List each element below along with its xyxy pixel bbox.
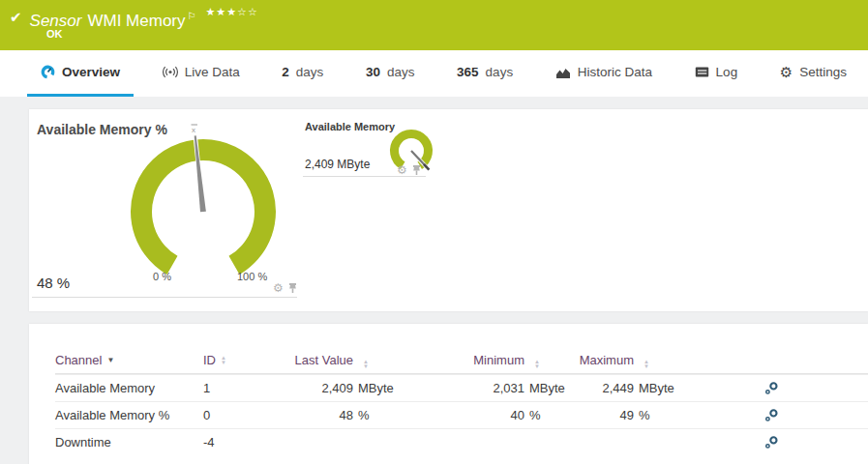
minimum-cell: 2,031MByte (406, 381, 578, 395)
gauge-icon (41, 65, 55, 79)
priority-stars[interactable]: ★★★☆☆ (205, 6, 257, 18)
tab-number: 365 (457, 65, 479, 79)
sort-icon: ▲▼ (534, 360, 540, 369)
gear-icon[interactable]: ⚙ (397, 163, 407, 177)
main-gauge-toolbar: ⚙ (273, 281, 298, 295)
ok-check-icon: ✔ (10, 9, 22, 26)
status-badge: OK (46, 28, 63, 40)
tab-label: Historic Data (578, 65, 652, 79)
column-header-maximum[interactable]: Maximum ▲▼ (578, 352, 687, 369)
live-data-icon (163, 65, 178, 79)
pin-icon[interactable] (411, 164, 422, 176)
tab-label: Settings (799, 65, 847, 79)
channel-name[interactable]: Available Memory % (55, 408, 203, 422)
tab-label: days (486, 65, 514, 79)
header-label: Last Value (295, 353, 353, 367)
maximum-cell: 49% (578, 408, 687, 422)
sort-desc-icon: ▼ (106, 356, 114, 364)
avg-marker: x (192, 126, 195, 134)
sort-icon: ▲▼ (221, 356, 226, 365)
minimum-cell: 40% (406, 408, 578, 422)
maximum-cell: 2,449MByte (578, 381, 687, 395)
flag-icon: ⚐ (188, 11, 196, 21)
header-label: ID (203, 353, 216, 367)
column-header-id[interactable]: ID ▲▼ (203, 353, 290, 367)
gear-icon[interactable]: ⚙ (273, 281, 284, 295)
tab-label: days (296, 65, 324, 79)
channels-table: Channel ▼ ID ▲▼ Last Value ▲▼ Minimum ▲▼… (29, 324, 868, 455)
historic-data-icon (555, 66, 571, 79)
sensor-status-header: ✔ SensorWMI Memory⚐ ★★★☆☆ OK (0, 0, 868, 50)
tab-label: Live Data (185, 65, 240, 79)
stars-empty: ☆☆ (237, 6, 258, 17)
channel-id: 1 (203, 381, 290, 395)
available-memory-percent-gauge[interactable]: x (126, 123, 281, 287)
channels-table-panel: Channel ▼ ID ▲▼ Last Value ▲▼ Minimum ▲▼… (29, 324, 868, 464)
tab-label: days (387, 65, 415, 79)
settings-icon: ⚙ (780, 65, 793, 79)
column-header-channel[interactable]: Channel ▼ (55, 353, 203, 367)
mini-gauge-title: Available Memory (305, 121, 395, 132)
mini-gauge-divider (303, 176, 426, 177)
gauge-scale-min: 0 % (153, 271, 171, 282)
column-header-last-value[interactable]: Last Value ▲▼ (290, 352, 406, 369)
log-icon (695, 66, 709, 78)
mini-gauge-toolbar: ⚙ (397, 163, 422, 177)
gauge-scale-max: 100 % (237, 271, 267, 282)
main-gauge-value: 48 % (37, 275, 70, 291)
channel-settings-button[interactable] (687, 381, 784, 395)
channel-name[interactable]: Downtime (55, 435, 203, 450)
tab-overview[interactable]: Overview (27, 50, 134, 97)
table-row: Available Memory 1 2,409MByte 2,031MByte… (55, 374, 868, 401)
table-row: Downtime -4 (55, 428, 868, 455)
table-header-row: Channel ▼ ID ▲▼ Last Value ▲▼ Minimum ▲▼… (55, 347, 868, 374)
tab-30-days[interactable]: 30 days (352, 50, 429, 97)
overview-gauges-panel: Available Memory % x 48 % 0 % 100 % ⚙ Av… (29, 109, 868, 311)
last-value-cell: 48% (290, 408, 406, 422)
header-label: Minimum (473, 353, 524, 367)
channel-settings-button[interactable] (687, 408, 784, 422)
tab-number: 2 (282, 65, 289, 79)
channel-settings-icon (764, 435, 779, 450)
channel-id: -4 (203, 435, 290, 450)
channel-name[interactable]: Available Memory (55, 381, 203, 395)
table-row: Available Memory % 0 48% 40% 49% (55, 401, 868, 428)
channel-settings-icon (764, 381, 779, 395)
stars-filled: ★★★ (205, 6, 237, 17)
tab-label: Overview (62, 65, 120, 79)
mini-gauge-value: 2,409 MByte (305, 158, 370, 171)
header-label: Channel (55, 353, 102, 367)
tab-365-days[interactable]: 365 days (443, 50, 526, 97)
tab-label: Log (716, 65, 738, 79)
sort-icon: ▲▼ (644, 360, 649, 369)
channel-settings-button[interactable] (687, 435, 784, 450)
page-title: SensorWMI Memory⚐ (30, 7, 196, 31)
tab-bar: Overview Live Data 2 days 30 days 365 da… (0, 50, 868, 97)
last-value-cell: 2,409MByte (290, 381, 406, 395)
tab-settings[interactable]: ⚙ Settings (766, 50, 860, 97)
sensor-name: WMI Memory (87, 12, 185, 30)
tab-historic-data[interactable]: Historic Data (542, 50, 666, 97)
channel-id: 0 (203, 408, 290, 422)
tab-number: 30 (366, 65, 380, 79)
channel-settings-icon (764, 408, 779, 422)
sort-icon: ▲▼ (363, 360, 369, 369)
main-gauge-divider (32, 297, 297, 298)
tab-live-data[interactable]: Live Data (149, 50, 254, 97)
pin-icon[interactable] (287, 282, 298, 294)
tab-2-days[interactable]: 2 days (268, 50, 337, 97)
title-prefix: Sensor (30, 12, 82, 30)
column-header-minimum[interactable]: Minimum ▲▼ (406, 352, 578, 369)
tab-log[interactable]: Log (681, 50, 752, 97)
header-label: Maximum (580, 353, 634, 367)
